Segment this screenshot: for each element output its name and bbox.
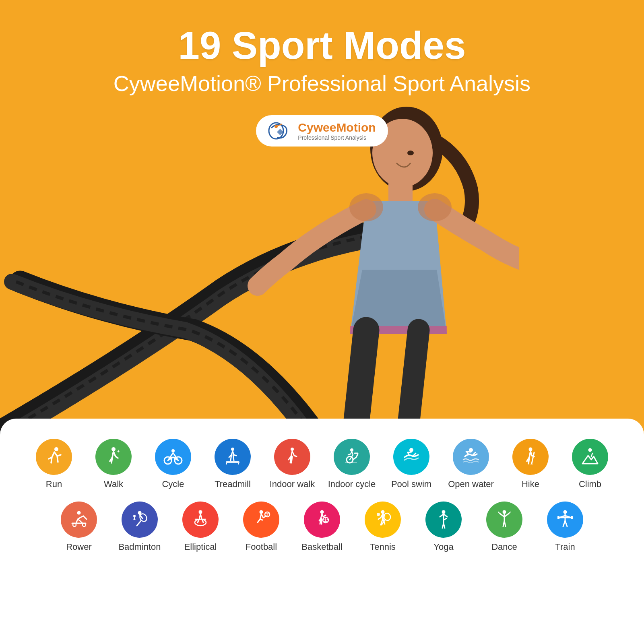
- svg-point-34: [77, 511, 81, 515]
- open-water-label: Open water: [448, 479, 494, 489]
- open-water-icon: [460, 446, 482, 468]
- svg-rect-59: [571, 516, 573, 519]
- logo-brand-start: Cywee: [298, 121, 336, 134]
- svg-point-20: [231, 448, 234, 451]
- cycle-label: Cycle: [162, 479, 184, 489]
- svg-point-31: [529, 448, 533, 451]
- treadmill-label: Treadmill: [215, 479, 251, 489]
- sport-item-basketball: Basketball: [296, 502, 348, 552]
- svg-point-11: [349, 193, 383, 221]
- logo-badge: CyweeMotion Professional Sport Analysis: [256, 115, 388, 147]
- climb-icon: [579, 446, 601, 468]
- pool-swim-icon: [400, 446, 422, 468]
- yoga-icon: [433, 509, 454, 530]
- logo-text-wrap: CyweeMotion Professional Sport Analysis: [298, 121, 376, 141]
- treadmill-icon-bg: [215, 439, 251, 475]
- badminton-icon: [129, 509, 151, 530]
- football-icon-bg: [243, 502, 279, 538]
- sport-item-indoor-cycle: Indoor cycle: [326, 439, 378, 489]
- sport-item-cycle: Cycle: [147, 439, 199, 489]
- cycle-icon-bg: [155, 439, 191, 475]
- person-figure: [237, 101, 519, 443]
- logo-tagline: Professional Sport Analysis: [298, 134, 366, 141]
- svg-point-41: [133, 515, 136, 517]
- elliptical-label: Elliptical: [184, 542, 217, 552]
- indoor-walk-icon-bg: [274, 439, 310, 475]
- svg-point-42: [199, 510, 202, 514]
- sport-item-dance: Dance: [478, 502, 530, 552]
- svg-point-36: [73, 523, 76, 526]
- svg-line-40: [137, 521, 141, 526]
- run-icon-bg: [36, 439, 72, 475]
- svg-rect-21: [226, 461, 239, 463]
- svg-point-13: [407, 151, 414, 155]
- sports-row-1: Run Walk: [24, 439, 620, 489]
- indoor-cycle-label: Indoor cycle: [328, 479, 376, 489]
- dance-label: Dance: [491, 542, 517, 552]
- sport-item-yoga: Yoga: [417, 502, 470, 552]
- sport-item-hike: Hike: [504, 439, 557, 489]
- tennis-label: Tennis: [370, 542, 396, 552]
- sport-item-train: Train: [539, 502, 591, 552]
- sport-item-pool-swim: Pool swim: [385, 439, 438, 489]
- svg-point-56: [503, 510, 506, 514]
- indoor-walk-icon: [281, 446, 303, 468]
- sport-item-climb: Climb: [564, 439, 616, 489]
- sport-item-open-water: Open water: [445, 439, 497, 489]
- svg-point-33: [588, 448, 592, 452]
- sports-card: Run Walk: [0, 419, 644, 644]
- walk-icon-bg: [95, 439, 132, 475]
- yoga-icon-bg: [425, 502, 462, 538]
- train-label: Train: [555, 542, 575, 552]
- rower-label: Rower: [66, 542, 92, 552]
- logo-brand: CyweeMotion: [298, 121, 376, 134]
- dance-icon-bg: [486, 502, 522, 538]
- elliptical-icon-bg: [182, 502, 219, 538]
- indoor-cycle-icon: [341, 446, 363, 468]
- elliptical-icon: [190, 509, 211, 530]
- indoor-walk-label: Indoor walk: [270, 479, 315, 489]
- svg-line-35: [83, 516, 87, 519]
- svg-point-46: [260, 510, 263, 514]
- rower-icon-bg: [61, 502, 97, 538]
- train-icon-bg: [547, 502, 583, 538]
- logo-brand-end: Motion: [336, 121, 376, 134]
- hero-section: 19 Sport Modes CyweeMotion® Professional…: [0, 0, 644, 443]
- walk-label: Walk: [104, 479, 123, 489]
- walk-icon: [103, 446, 124, 468]
- hike-label: Hike: [522, 479, 539, 489]
- svg-point-52: [383, 512, 391, 521]
- sport-item-football: Football: [235, 502, 287, 552]
- sports-grid: Run Walk: [24, 439, 620, 552]
- hike-icon: [520, 446, 541, 468]
- sport-item-badminton: Badminton: [114, 502, 166, 552]
- train-icon: [554, 509, 576, 530]
- treadmill-icon: [222, 446, 244, 468]
- svg-point-18: [171, 449, 175, 452]
- sport-item-rower: Rower: [53, 502, 105, 552]
- basketball-label: Basketball: [301, 542, 343, 552]
- sport-item-treadmill: Treadmill: [206, 439, 259, 489]
- cycle-icon: [162, 446, 184, 468]
- basketball-icon: [311, 509, 333, 530]
- hero-text: 19 Sport Modes CyweeMotion® Professional…: [0, 0, 644, 147]
- svg-point-57: [564, 510, 567, 514]
- svg-point-24: [291, 448, 294, 451]
- sports-row-2: Rower Badmint: [24, 502, 620, 552]
- svg-point-15: [111, 447, 116, 451]
- yoga-label: Yoga: [433, 542, 453, 552]
- indoor-cycle-icon-bg: [334, 439, 370, 475]
- svg-point-48: [320, 510, 324, 514]
- svg-point-54: [377, 513, 380, 516]
- main-title: 19 Sport Modes: [0, 24, 644, 67]
- basketball-icon-bg: [304, 502, 340, 538]
- tennis-icon: [372, 509, 394, 530]
- climb-icon-bg: [572, 439, 608, 475]
- svg-point-51: [381, 510, 385, 514]
- sport-item-walk: Walk: [87, 439, 140, 489]
- svg-point-12: [418, 193, 452, 221]
- sport-item-tennis: Tennis: [357, 502, 409, 552]
- dance-icon: [493, 509, 515, 530]
- pool-swim-icon-bg: [393, 439, 429, 475]
- football-label: Football: [246, 542, 277, 552]
